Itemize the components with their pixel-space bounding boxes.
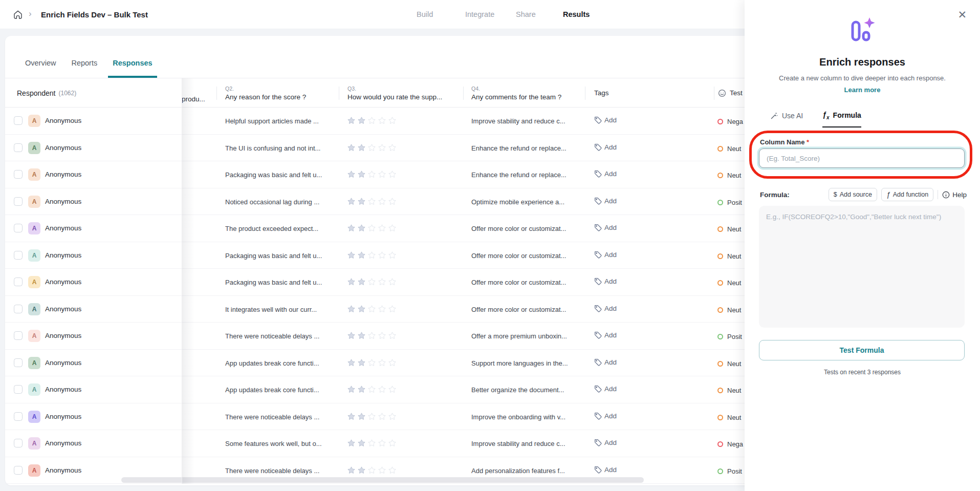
rating-stars[interactable] xyxy=(347,385,397,394)
add-tag-button[interactable]: Add xyxy=(594,143,617,151)
avatar: A xyxy=(28,249,40,262)
row-checkbox[interactable] xyxy=(14,385,23,394)
sentiment-header: Test xyxy=(718,78,743,108)
sentiment-icon xyxy=(717,388,723,393)
star-empty-icon xyxy=(367,116,376,125)
add-tag-button[interactable]: Add xyxy=(594,224,617,231)
q2-answer: Packaging was basic and felt u... xyxy=(225,171,322,179)
row-checkbox[interactable] xyxy=(14,439,23,447)
rating-stars[interactable] xyxy=(347,305,397,313)
respondent-name: Anonymous xyxy=(45,278,81,286)
star-filled-icon xyxy=(347,305,356,313)
rating-stars[interactable] xyxy=(347,197,397,206)
star-empty-icon xyxy=(367,251,376,260)
column-divider xyxy=(339,87,339,100)
star-filled-icon xyxy=(357,466,366,475)
tab-reports[interactable]: Reports xyxy=(71,59,97,78)
star-filled-icon xyxy=(347,277,356,286)
tab-formula[interactable]: ƒx Formula xyxy=(822,111,861,127)
star-empty-icon xyxy=(367,385,376,394)
add-tag-button[interactable]: Add xyxy=(594,251,617,259)
add-source-button[interactable]: $ Add source xyxy=(829,188,877,201)
add-tag-button[interactable]: Add xyxy=(594,412,617,420)
add-tag-button[interactable]: Add xyxy=(594,439,617,446)
row-checkbox[interactable] xyxy=(14,466,23,475)
add-function-button[interactable]: ƒ Add function xyxy=(881,188,933,201)
rating-stars[interactable] xyxy=(347,466,397,475)
sentiment-icon xyxy=(717,361,723,367)
star-empty-icon xyxy=(378,251,386,260)
rating-stars[interactable] xyxy=(347,439,397,447)
home-icon[interactable] xyxy=(12,9,24,20)
nav-integrate[interactable]: Integrate xyxy=(465,10,494,18)
column-divider xyxy=(714,87,714,100)
tab-responses[interactable]: Responses xyxy=(108,59,157,78)
rating-stars[interactable] xyxy=(347,331,397,340)
column-name-input[interactable] xyxy=(759,148,965,168)
add-tag-button[interactable]: Add xyxy=(594,385,617,393)
star-filled-icon xyxy=(347,358,356,367)
column-name-label: Column Name * xyxy=(760,138,809,146)
star-filled-icon xyxy=(357,116,366,125)
row-checkbox[interactable] xyxy=(14,143,23,152)
respondent-count: (1062) xyxy=(59,90,77,97)
rating-stars[interactable] xyxy=(347,277,397,286)
rating-stars[interactable] xyxy=(347,170,397,179)
row-checkbox[interactable] xyxy=(14,305,23,313)
add-tag-button[interactable]: Add xyxy=(594,170,617,178)
horizontal-scrollbar-thumb[interactable] xyxy=(121,477,644,483)
row-checkbox[interactable] xyxy=(14,197,23,206)
nav-results[interactable]: Results xyxy=(563,10,590,18)
row-checkbox[interactable] xyxy=(14,170,23,179)
tag-icon xyxy=(594,305,602,312)
row-checkbox[interactable] xyxy=(14,358,23,367)
formula-input[interactable] xyxy=(759,206,965,328)
star-filled-icon xyxy=(347,331,356,340)
add-tag-button[interactable]: Add xyxy=(594,466,617,474)
learn-more-link[interactable]: Learn more xyxy=(745,86,980,94)
rating-stars[interactable] xyxy=(347,224,397,232)
tag-icon xyxy=(594,251,602,259)
q4-answer: Optimize mobile experience a... xyxy=(471,198,564,206)
avatar: A xyxy=(28,383,40,396)
sentiment-value: Neut xyxy=(717,387,741,394)
function-icon: ƒ xyxy=(886,190,890,199)
star-empty-icon xyxy=(378,466,386,475)
q2-answer: The UI is confusing and not int... xyxy=(225,144,320,152)
rating-stars[interactable] xyxy=(347,251,397,260)
tab-overview[interactable]: Overview xyxy=(25,59,56,78)
avatar: A xyxy=(28,222,40,234)
add-tag-button[interactable]: Add xyxy=(594,116,617,124)
tag-icon xyxy=(594,331,602,339)
add-tag-button[interactable]: Add xyxy=(594,331,617,339)
test-formula-button[interactable]: Test Formula xyxy=(759,340,965,360)
row-checkbox[interactable] xyxy=(14,224,23,232)
star-filled-icon xyxy=(347,197,356,206)
q3-header: Q3. How would you rate the supp... xyxy=(347,78,442,108)
sentiment-icon xyxy=(717,415,723,420)
help-button[interactable]: Help xyxy=(942,191,967,199)
row-checkbox[interactable] xyxy=(14,277,23,286)
nav-build[interactable]: Build xyxy=(417,10,433,18)
row-checkbox[interactable] xyxy=(14,251,23,260)
star-filled-icon xyxy=(357,224,366,232)
respondent-name: Anonymous xyxy=(45,305,81,313)
row-checkbox[interactable] xyxy=(14,116,23,125)
rating-stars[interactable] xyxy=(347,116,397,125)
add-tag-button[interactable]: Add xyxy=(594,305,617,312)
tab-use-ai[interactable]: Use AI xyxy=(770,111,803,127)
row-checkbox[interactable] xyxy=(14,331,23,340)
rating-stars[interactable] xyxy=(347,143,397,152)
add-tag-button[interactable]: Add xyxy=(594,197,617,205)
add-tag-button[interactable]: Add xyxy=(594,358,617,366)
close-icon[interactable]: ✕ xyxy=(957,9,967,20)
q4-answer: Support more languages in the... xyxy=(471,359,568,367)
rating-stars[interactable] xyxy=(347,358,397,367)
row-checkbox[interactable] xyxy=(14,412,23,421)
q2-answer: Noticed occasional lag during ... xyxy=(225,198,319,206)
rating-stars[interactable] xyxy=(347,412,397,421)
sentiment-value: Neut xyxy=(717,172,741,179)
star-empty-icon xyxy=(367,305,376,313)
nav-share[interactable]: Share xyxy=(516,10,536,18)
add-tag-button[interactable]: Add xyxy=(594,277,617,285)
